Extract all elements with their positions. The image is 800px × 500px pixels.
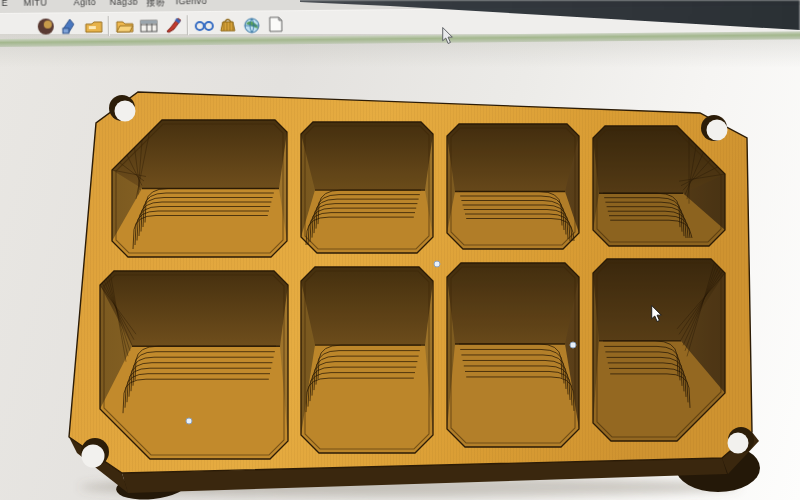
menu-item[interactable]: MITU [24, 0, 48, 8]
bolt-hole-through [707, 120, 728, 141]
glasses-icon[interactable] [194, 15, 214, 35]
bolt-hole-through [728, 433, 749, 454]
cad-model-canvas[interactable] [0, 0, 800, 500]
app-icon[interactable] [36, 16, 56, 36]
pocket-back-wall [100, 271, 288, 346]
screen-photo: EMITUAgitoNag3b接吩IGenvo [0, 0, 800, 500]
folder-open-icon[interactable] [115, 16, 135, 36]
menu-item[interactable]: Nag3b [110, 0, 139, 7]
menu-item[interactable]: Agito [74, 0, 97, 7]
toolbar-separator [108, 16, 109, 36]
point-marker [186, 418, 192, 424]
pocket[interactable] [301, 267, 433, 453]
plate-model[interactable] [60, 85, 760, 480]
bolt-hole[interactable] [701, 115, 728, 141]
new-document-icon[interactable] [266, 14, 286, 34]
pocket[interactable] [447, 124, 579, 249]
bolt-hole-through [82, 445, 105, 468]
pocket-shade [301, 122, 433, 253]
pen-icon[interactable] [163, 15, 183, 35]
globe-icon[interactable] [242, 14, 262, 34]
menu-item[interactable]: IGenvo [176, 0, 208, 6]
select-hand-icon[interactable] [60, 16, 80, 36]
app-chrome: EMITUAgitoNag3b接吩IGenvo [0, 0, 800, 47]
pocket[interactable] [447, 263, 579, 447]
basket-tool-icon[interactable] [218, 15, 238, 35]
bolt-hole-through [115, 101, 136, 122]
point-marker [570, 342, 576, 348]
toolbar-separator [187, 15, 188, 35]
save-folder-icon[interactable] [84, 16, 104, 36]
menu-item[interactable]: E [2, 0, 9, 8]
pocket[interactable] [100, 271, 288, 459]
pocket-shade [447, 263, 579, 447]
pocket-shade [447, 124, 579, 249]
pocket[interactable] [301, 122, 433, 253]
point-marker [434, 261, 440, 267]
pocket[interactable] [593, 259, 725, 441]
pocket-shade [301, 267, 433, 453]
menu-item[interactable]: 接吩 [147, 0, 166, 10]
table-grid-icon[interactable] [139, 15, 159, 35]
